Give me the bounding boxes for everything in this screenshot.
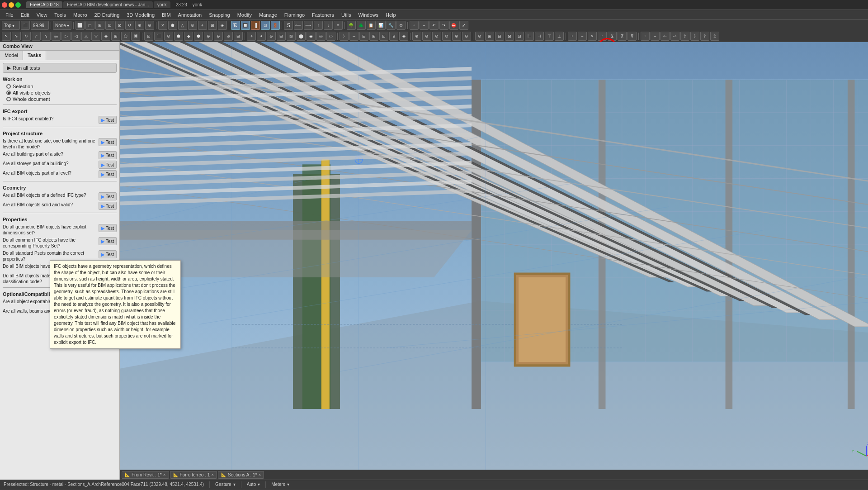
minimize-window-button[interactable] [9, 2, 14, 8]
toolbar-btn-undo[interactable]: ↶ [429, 21, 439, 30]
draft-btn-36[interactable]: ⊟ [359, 32, 368, 41]
draft-btn-5[interactable]: ⤣ [42, 32, 51, 41]
draft-btn-62[interactable]: ⊽ [627, 32, 637, 41]
tab-freecad[interactable]: FreeCAD 0.18 [26, 1, 62, 8]
draft-btn-54[interactable]: ⊤ [545, 32, 554, 41]
draft-btn-21[interactable]: ⊕ [204, 32, 213, 41]
proj-test-btn-4[interactable]: ▶ Test [99, 170, 117, 178]
draft-btn-42[interactable]: ⊖ [422, 32, 431, 41]
radio-all-visible[interactable]: All visible objects [6, 90, 117, 95]
toolbar-snap-1[interactable]: ✕ [158, 21, 167, 30]
draft-btn-25[interactable]: ⌖ [247, 32, 256, 41]
bim-btn-floor[interactable]: 🔲 [241, 21, 250, 30]
draft-btn-7[interactable]: ▷ [61, 32, 71, 41]
menu-help[interactable]: Help [382, 11, 400, 19]
3d-viewport[interactable]: X Y Z 📐 From Revit : 1* × 📐 Forro térreo… [120, 42, 868, 480]
menu-3d-modeling[interactable]: 3D Modeling [123, 11, 158, 19]
draft-btn-56[interactable]: + [568, 32, 577, 41]
toolbar-btn-red[interactable]: ⛔ [449, 21, 458, 30]
tab-bim-news[interactable]: FreeCAD BIM development news - Jan... [63, 1, 153, 8]
bim-btn-window[interactable]: ⊡ [261, 21, 270, 30]
maximize-window-button[interactable] [15, 2, 21, 8]
draft-btn-19[interactable]: ◆ [184, 32, 193, 41]
toolbar-btn-1[interactable]: ⬜ [75, 21, 85, 30]
draft-btn-57[interactable]: − [578, 32, 587, 41]
toolbar-btn-misc3[interactable]: 🔧 [387, 21, 396, 30]
draft-btn-34[interactable]: ⟩ [340, 32, 349, 41]
viewport-tab-revit[interactable]: 📐 From Revit : 1* × [122, 471, 169, 479]
menu-annotation[interactable]: Annotation [175, 11, 206, 19]
close-window-button[interactable] [2, 2, 7, 8]
toolbar-btn-misc2[interactable]: 📊 [377, 21, 386, 30]
draft-btn-32[interactable]: ◎ [316, 32, 326, 41]
toolbar-btn-8[interactable]: ⊖ [145, 21, 154, 30]
toolbar-btn-misc4[interactable]: ⚙ [396, 21, 406, 30]
toolbar-btn-7[interactable]: ⊕ [135, 21, 144, 30]
draft-btn-60[interactable]: ⊻ [608, 32, 617, 41]
draft-btn-44[interactable]: ⊚ [442, 32, 451, 41]
draft-btn-14[interactable]: ⌘ [131, 32, 140, 41]
draft-btn-45[interactable]: ⊛ [452, 32, 461, 41]
menu-macro[interactable]: Macro [70, 11, 91, 19]
draft-btn-22[interactable]: ⊖ [214, 32, 223, 41]
draft-btn-23[interactable]: ⌀ [224, 32, 233, 41]
menu-edit[interactable]: Edit [17, 11, 33, 19]
run-all-tests-button[interactable]: ▶ Run all tests [3, 63, 117, 73]
draft-btn-48[interactable]: ⊞ [485, 32, 494, 41]
geo-test-btn-2[interactable]: ▶ Test [99, 202, 117, 210]
toolbar-btn-tree2[interactable]: 🌲 [357, 21, 366, 30]
proj-test-btn-2[interactable]: ▶ Test [99, 151, 117, 159]
draft-btn-39[interactable]: ⊌ [389, 32, 398, 41]
draft-btn-24[interactable]: ⊞ [234, 32, 243, 41]
toolbar-btn-up[interactable]: ↑ [314, 21, 323, 30]
menu-flamingo[interactable]: Flamingo [281, 11, 308, 19]
forro-tab-close[interactable]: × [211, 472, 214, 477]
bim-btn-wall[interactable]: ▐ [251, 21, 260, 30]
draft-btn-1[interactable]: ↖ [2, 32, 11, 41]
toolbar-btn-3[interactable]: ⊞ [95, 21, 104, 30]
draft-btn-41[interactable]: ⊕ [412, 32, 421, 41]
draft-btn-16[interactable]: ⬛ [154, 32, 163, 41]
proj-test-btn-3[interactable]: ▶ Test [99, 161, 117, 169]
menu-view[interactable]: View [33, 11, 51, 19]
draft-btn-43[interactable]: ⊙ [432, 32, 441, 41]
toolbar-btn-4[interactable]: ⊡ [105, 21, 114, 30]
prop-test-btn-2[interactable]: ▶ Test [99, 237, 117, 245]
draft-btn-27[interactable]: ⊛ [267, 32, 276, 41]
menu-modify[interactable]: Modify [234, 11, 255, 19]
draft-btn-70[interactable]: ⇫ [710, 32, 719, 41]
draft-btn-3[interactable]: ↻ [22, 32, 31, 41]
tab-model[interactable]: Model [0, 51, 23, 60]
draft-btn-61[interactable]: ⊼ [618, 32, 627, 41]
bim-btn-door[interactable]: 🚪 [271, 21, 280, 30]
viewport-tab-sections[interactable]: 📐 Sections A : 1* × [218, 471, 264, 479]
draft-btn-59[interactable]: ÷ [598, 32, 607, 41]
toolbar-btn-cube[interactable]: ⬛ [21, 21, 30, 30]
draft-btn-30[interactable]: ⬤ [297, 32, 306, 41]
draft-btn-9[interactable]: △ [81, 32, 90, 41]
sections-tab-close[interactable]: × [259, 472, 261, 477]
draft-btn-18[interactable]: ⬟ [174, 32, 183, 41]
toolbar-btn-2[interactable]: ◻ [85, 21, 94, 30]
draft-btn-52[interactable]: ⊢ [525, 32, 534, 41]
draft-btn-66[interactable]: ⇨ [670, 32, 679, 41]
draft-btn-15[interactable]: ⊡ [144, 32, 153, 41]
draft-btn-46[interactable]: ⊜ [462, 32, 471, 41]
toolbar-snap-6[interactable]: ⊞ [208, 21, 217, 30]
draft-btn-51[interactable]: ⊡ [515, 32, 524, 41]
menu-manage[interactable]: Manage [255, 11, 281, 19]
draft-btn-65[interactable]: ⇦ [660, 32, 670, 41]
tab-yorik[interactable]: yorik [154, 1, 170, 8]
toolbar-snap-5[interactable]: ⌖ [198, 21, 207, 30]
draft-btn-17[interactable]: ⊙ [164, 32, 173, 41]
draft-btn-20[interactable]: ⬢ [194, 32, 203, 41]
toolbar-btn-5[interactable]: ⊠ [115, 21, 124, 30]
ifc-test-btn-1[interactable]: ▶ Test [99, 116, 117, 124]
toolbar-snap-2[interactable]: ⬟ [168, 21, 177, 30]
toolbar-snap-7[interactable]: ◈ [218, 21, 227, 30]
toolbar-snap-4[interactable]: ⊙ [188, 21, 197, 30]
toolbar-btn-arr2[interactable]: ⟹ [304, 21, 313, 30]
prop-test-btn-1[interactable]: ▶ Test [99, 224, 117, 232]
toolbar-btn-level[interactable]: ≡ [334, 21, 343, 30]
draft-btn-31[interactable]: ◉ [307, 32, 316, 41]
